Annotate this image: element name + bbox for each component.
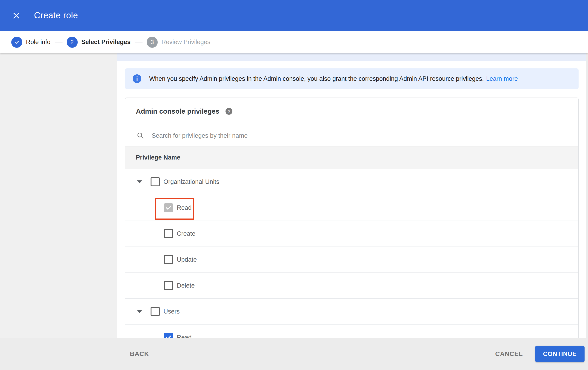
checkbox-update[interactable] — [164, 255, 173, 264]
step-label: Review Privileges — [161, 39, 210, 46]
step-connector — [135, 42, 143, 42]
card-title: Admin console privileges — [136, 107, 219, 115]
checkbox-organizational-units[interactable] — [151, 177, 160, 186]
privilege-row-users: Users — [125, 299, 578, 325]
table-header-label: Privilege Name — [136, 154, 180, 161]
checkbox-users-read-checked[interactable] — [164, 333, 173, 338]
checkbox-users[interactable] — [151, 307, 160, 316]
checkbox-read-checked[interactable] — [164, 203, 173, 212]
scrollbar-track[interactable] — [586, 53, 588, 338]
step-select-privileges[interactable]: 2 Select Privileges — [67, 37, 131, 48]
main-area: i When you specify Admin privileges in t… — [0, 53, 588, 338]
step-review-privileges: 3 Review Privileges — [147, 37, 210, 48]
cancel-button[interactable]: CANCEL — [495, 338, 523, 370]
privilege-row-update: Update — [125, 247, 578, 273]
help-icon[interactable]: ? — [225, 108, 232, 115]
privilege-row-users-read: Read — [125, 325, 578, 338]
collapse-arrow-icon[interactable] — [137, 180, 142, 183]
step-number-badge: 3 — [147, 37, 158, 48]
banner-text: When you specify Admin privileges in the… — [149, 75, 484, 82]
privilege-label: Read — [177, 204, 192, 211]
table-header: Privilege Name — [125, 146, 578, 169]
app-header: Create role — [0, 0, 588, 31]
step-label: Role info — [26, 39, 51, 46]
page-title: Create role — [34, 10, 78, 20]
check-icon — [165, 334, 172, 338]
checkbox-delete[interactable] — [164, 281, 173, 290]
scrolled-banner-edge — [117, 53, 586, 61]
step-number-badge: 2 — [67, 37, 78, 48]
search-icon — [136, 132, 144, 140]
check-icon — [165, 204, 172, 211]
collapse-arrow-icon[interactable] — [137, 310, 142, 313]
step-completed-check-icon — [11, 37, 22, 48]
step-label: Select Privileges — [81, 39, 131, 46]
step-role-info[interactable]: Role info — [11, 37, 51, 48]
content-pane: i When you specify Admin privileges in t… — [117, 53, 588, 338]
privilege-row-read: Read — [125, 195, 578, 221]
privilege-label: Read — [177, 334, 192, 338]
privilege-row-create: Create — [125, 221, 578, 247]
privilege-label: Update — [177, 256, 197, 263]
wizard-stepper: Role info 2 Select Privileges 3 Review P… — [0, 31, 588, 53]
continue-button[interactable]: CONTINUE — [535, 346, 585, 362]
card-heading: Admin console privileges ? — [125, 98, 578, 125]
footer-bar: BACK CANCEL CONTINUE — [0, 338, 588, 370]
privilege-label: Organizational Units — [163, 178, 219, 185]
learn-more-link[interactable]: Learn more — [486, 75, 518, 82]
info-icon: i — [133, 74, 141, 83]
search-input[interactable] — [152, 132, 496, 139]
admin-privileges-card: Admin console privileges ? Privilege Nam… — [125, 98, 578, 338]
privilege-row-delete: Delete — [125, 273, 578, 299]
close-icon[interactable] — [11, 10, 21, 21]
privilege-label: Create — [177, 230, 195, 237]
checkbox-create[interactable] — [164, 229, 173, 238]
info-banner: i When you specify Admin privileges in t… — [125, 68, 578, 89]
privilege-row-organizational-units: Organizational Units — [125, 169, 578, 195]
privilege-label: Users — [163, 308, 180, 315]
privilege-label: Delete — [177, 282, 195, 289]
privileges-search-row — [125, 125, 578, 146]
back-button[interactable]: BACK — [130, 338, 149, 370]
step-connector — [55, 42, 63, 42]
